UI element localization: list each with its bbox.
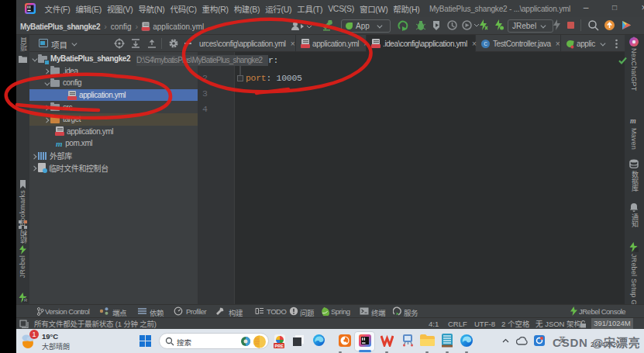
svg-text:R: R (24, 298, 28, 303)
